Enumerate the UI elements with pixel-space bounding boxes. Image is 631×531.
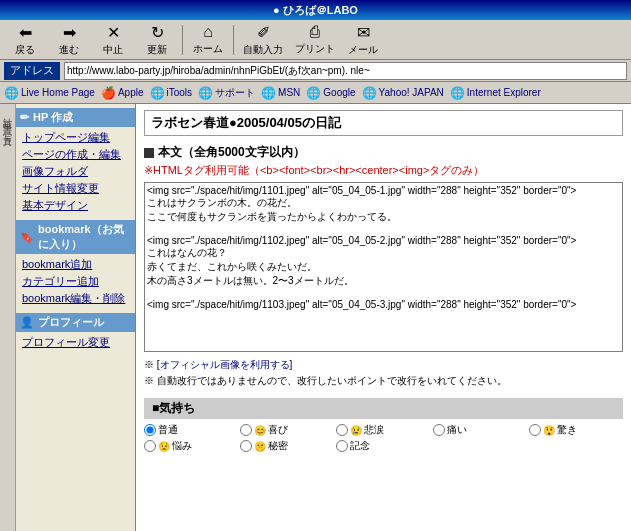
sidebar-section-bookmark: 🔖 bookmark（お気に入り） bookmark追加 カテゴリー追加 boo…: [16, 220, 135, 309]
sidebar-link-profile-edit[interactable]: プロフィール変更: [20, 334, 131, 351]
itools-icon: 🌐: [150, 86, 165, 100]
secret-icon: 🤫: [254, 441, 266, 452]
sidebar-link-page-create[interactable]: ページの作成・編集: [20, 146, 131, 163]
kibun-kinen-radio[interactable]: [336, 440, 348, 452]
bookmarks-bar: 🌐 Live Home Page 🍎 Apple 🌐 iTools 🌐 サポート…: [0, 82, 631, 104]
kibun-futsuu-label: 普通: [158, 423, 178, 437]
square-icon: [144, 148, 154, 158]
body-header-text: 本文（全角5000文字以内）: [158, 144, 305, 161]
kibun-kinen-label: 記念: [350, 439, 370, 453]
home-button[interactable]: ⌂ ホーム: [187, 22, 229, 58]
smile-icon: 😊: [254, 425, 266, 436]
bookmark-yahoo-label: Yahoo! JAPAN: [379, 87, 444, 98]
sidebar-section-bk-title: bookmark（お気に入り）: [38, 222, 131, 252]
bookmark-itools-label: iTools: [167, 87, 193, 98]
bookmark-apple[interactable]: 🍎 Apple: [101, 86, 144, 100]
forward-label: 進む: [59, 43, 79, 57]
sidebar-link-bk-edit[interactable]: bookmark編集・削除: [20, 290, 131, 307]
toolbar-separator-2: [233, 25, 234, 55]
stop-label: 中止: [103, 43, 123, 57]
kibun-kanashimi-radio[interactable]: [336, 424, 348, 436]
sidebar-section-profile-header: 👤 プロフィール: [16, 313, 135, 332]
bookmark-icon: 🔖: [20, 231, 34, 244]
ie-icon: 🌐: [450, 86, 465, 100]
print-button[interactable]: ⎙ プリント: [290, 22, 340, 58]
mail-button[interactable]: ✉ メール: [342, 22, 384, 58]
sidebar-section-profile: 👤 プロフィール プロフィール変更: [16, 313, 135, 353]
pen-icon: ✏: [20, 111, 29, 124]
address-input[interactable]: [64, 62, 627, 80]
sidebar-hp-links: トップページ編集 ページの作成・編集 画像フォルダ サイト情報変更 基本デザイン: [16, 127, 135, 216]
back-label: 戻る: [15, 43, 35, 57]
sidebar-bk-links: bookmark追加 カテゴリー追加 bookmark編集・削除: [16, 254, 135, 309]
bookmark-itools[interactable]: 🌐 iTools: [150, 86, 193, 100]
sidebar-section-hp: ✏ HP 作成 トップページ編集 ページの作成・編集 画像フォルダ サイト情報変…: [16, 108, 135, 216]
stop-icon: ✕: [107, 23, 120, 42]
bookmark-apple-label: Apple: [118, 87, 144, 98]
kibun-odoroki-radio[interactable]: [529, 424, 541, 436]
auto-note: ※ 自動改行ではありませんので、改行したいポイントで改行をいれてください。: [144, 374, 623, 388]
home-icon: ⌂: [203, 23, 213, 41]
bookmark-support-label: サポート: [215, 86, 255, 100]
kibun-nayami-label: 悩み: [172, 439, 192, 453]
bookmark-msn-label: MSN: [278, 87, 300, 98]
autofill-button[interactable]: ✐ 自動入力: [238, 22, 288, 58]
sidebar-link-bk-add[interactable]: bookmark追加: [20, 256, 131, 273]
address-bar: アドレス: [0, 60, 631, 82]
kibun-nayami: 😟 悩み: [144, 439, 238, 453]
body-textarea[interactable]: [144, 182, 623, 352]
title-bar: ● ひろば＠LABO: [0, 0, 631, 20]
msn-icon: 🌐: [261, 86, 276, 100]
mail-label: メール: [348, 43, 378, 57]
kibun-yorokobi-radio[interactable]: [240, 424, 252, 436]
official-image-link[interactable]: オフィシャル画像を利用する: [160, 359, 290, 370]
kibun-kinen: 記念: [336, 439, 430, 453]
bookmark-ie[interactable]: 🌐 Internet Explorer: [450, 86, 541, 100]
sidebar-link-cat-add[interactable]: カテゴリー追加: [20, 273, 131, 290]
globe-icon: 🌐: [4, 86, 19, 100]
kibun-yorokobi: 😊 喜び: [240, 423, 334, 437]
kibun-odoroki: 😲 驚き: [529, 423, 623, 437]
kibun-odoroki-label: 驚き: [557, 423, 577, 437]
sidebar-link-top-edit[interactable]: トップページ編集: [20, 129, 131, 146]
kibun-yorokobi-label: 喜び: [268, 423, 288, 437]
google-icon: 🌐: [306, 86, 321, 100]
sidebar-section-hp-header: ✏ HP 作成: [16, 108, 135, 127]
content-area: ラボセン春道●2005/04/05の日記 本文（全角5000文字以内） ※HTM…: [136, 104, 631, 531]
kibun-kanashimi: 😢 悲涙: [336, 423, 430, 437]
sidebar-link-site-info[interactable]: サイト情報変更: [20, 180, 131, 197]
kibun-itai-radio[interactable]: [433, 424, 445, 436]
kibun-itai-label: 痛い: [447, 423, 467, 437]
autofill-icon: ✐: [257, 23, 270, 42]
bookmark-live-home[interactable]: 🌐 Live Home Page: [4, 86, 95, 100]
refresh-button[interactable]: ↻ 更新: [136, 22, 178, 58]
support-icon: 🌐: [198, 86, 213, 100]
kibun-nayami-radio[interactable]: [144, 440, 156, 452]
bookmark-live-home-label: Live Home Page: [21, 87, 95, 98]
kibun-header-text: ■気持ち: [152, 400, 195, 417]
kibun-himitsu-radio[interactable]: [240, 440, 252, 452]
refresh-label: 更新: [147, 43, 167, 57]
forward-button[interactable]: ➡ 進む: [48, 22, 90, 58]
bookmark-msn[interactable]: 🌐 MSN: [261, 86, 300, 100]
back-button[interactable]: ⬅ 戻る: [4, 22, 46, 58]
bookmark-support[interactable]: 🌐 サポート: [198, 86, 255, 100]
left-edge: 計 画 書 ・ 写 真: [0, 104, 16, 531]
refresh-icon: ↻: [151, 23, 164, 42]
surprise-icon: 😲: [543, 425, 555, 436]
bookmark-google[interactable]: 🌐 Google: [306, 86, 355, 100]
stop-button[interactable]: ✕ 中止: [92, 22, 134, 58]
main-area: 計 画 書 ・ 写 真 ✏ HP 作成 トップページ編集 ページの作成・編集 画…: [0, 104, 631, 531]
sidebar-link-basic-design[interactable]: 基本デザイン: [20, 197, 131, 214]
sidebar-link-image-folder[interactable]: 画像フォルダ: [20, 163, 131, 180]
print-icon: ⎙: [310, 23, 320, 41]
kibun-futsuu-radio[interactable]: [144, 424, 156, 436]
kibun-itai: 痛い: [433, 423, 527, 437]
toolbar: ⬅ 戻る ➡ 進む ✕ 中止 ↻ 更新 ⌂ ホーム ✐ 自動入力 ⎙ プリント …: [0, 20, 631, 60]
kibun-radio-grid: 普通 😊 喜び 😢 悲涙 痛い 😲: [144, 423, 623, 453]
sidebar-section-hp-title: HP 作成: [33, 110, 73, 125]
kibun-kanashimi-label: 悲涙: [364, 423, 384, 437]
home-label: ホーム: [193, 42, 223, 56]
bookmark-yahoo[interactable]: 🌐 Yahoo! JAPAN: [362, 86, 444, 100]
title-text: ● ひろば＠LABO: [273, 3, 358, 18]
